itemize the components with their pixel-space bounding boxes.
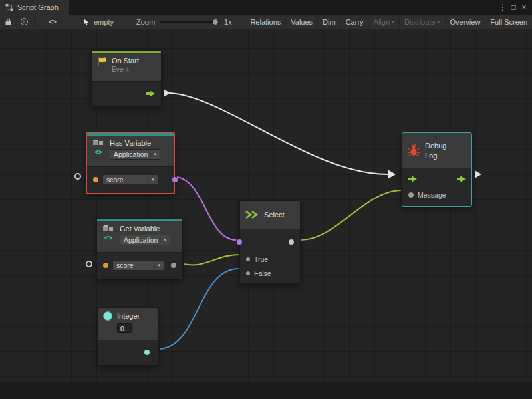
info-icon: i (21, 18, 28, 25)
carry-button[interactable]: Carry (340, 15, 368, 29)
toolbar-buttons: Relations Values Dim Carry Align▾ Distri… (245, 15, 532, 29)
full-screen-button[interactable]: Full Screen (485, 15, 532, 29)
code-preview-button[interactable]: <> (45, 15, 61, 29)
maximize-icon[interactable]: □ (508, 3, 519, 12)
graph-canvas[interactable]: On Start Event <> Has Variable (0, 29, 532, 399)
variables-icon (92, 139, 104, 147)
wire-select-to-debuglog-message[interactable] (301, 190, 401, 240)
node-subtitle: Debug (425, 142, 446, 150)
zoom-value: 1x (224, 18, 232, 26)
graph-toolbar: i <> empty Zoom 1x Relations Values Dim … (0, 15, 532, 29)
chevron-down-icon: ▾ (392, 19, 394, 25)
lock-button[interactable] (0, 15, 16, 29)
tab-title: Script Graph (17, 3, 59, 11)
tab-script-graph[interactable]: Script Graph (0, 0, 69, 15)
unconnected-port-indicator[interactable] (86, 261, 92, 267)
inspect-button[interactable]: i (16, 15, 32, 29)
variable-name-port[interactable] (93, 177, 98, 182)
selection-status-label: empty (94, 18, 114, 26)
toolbar-separator (63, 17, 63, 27)
wire-hasvariable-to-select-condition[interactable] (177, 177, 236, 240)
scope-value: Application (124, 236, 158, 244)
chevron-down-icon: ▾ (148, 177, 154, 182)
node-title: On Start (112, 57, 139, 65)
variable-code-icon: <> (94, 148, 102, 156)
false-port[interactable] (246, 271, 250, 275)
debug-flow-out-indicator (475, 170, 481, 178)
distribute-button: Distribute▾ (399, 15, 444, 29)
node-title: Log (425, 152, 446, 160)
values-button[interactable]: Values (285, 15, 317, 29)
cursor-icon (82, 18, 90, 26)
code-brackets-icon: <> (49, 18, 57, 25)
select-icon (245, 209, 259, 220)
canvas-bottom-edge (0, 382, 532, 399)
node-subtitle: Event (112, 66, 139, 73)
integer-value: 0 (120, 325, 124, 332)
variable-code-icon: <> (104, 234, 112, 241)
window-controls: ⋮ □ × (497, 0, 532, 15)
node-title: Select (264, 211, 285, 219)
node-integer[interactable]: Integer 0 (98, 307, 158, 366)
node-has-variable[interactable]: <> Has Variable Application ▾ score ▾ (86, 132, 175, 194)
zoom-label: Zoom (136, 18, 155, 26)
debug-flow-in-arrowhead (388, 170, 396, 179)
node-title: Get Variable (120, 225, 170, 233)
node-debug-log[interactable]: Debug Log Message (402, 132, 472, 207)
node-get-variable[interactable]: <> Get Variable Application ▾ score ▾ (96, 218, 183, 279)
node-on-start[interactable]: On Start Event (91, 50, 162, 107)
wire-integer-to-select-false[interactable] (160, 269, 239, 349)
is-defined-port[interactable] (172, 177, 178, 182)
titlebar: Script Graph ⋮ □ × (0, 0, 532, 15)
unconnected-port-indicator[interactable] (74, 173, 81, 180)
relations-button[interactable]: Relations (245, 15, 285, 29)
variable-scope-dropdown[interactable]: Application ▾ (110, 149, 160, 160)
chevron-down-icon: ▾ (150, 152, 156, 157)
message-port[interactable] (408, 192, 414, 198)
flag-icon (96, 57, 107, 67)
variable-scope-dropdown[interactable]: Application ▾ (120, 235, 170, 245)
flow-out-port[interactable] (146, 90, 155, 98)
node-title: Integer (117, 312, 140, 320)
flow-out-port[interactable] (457, 176, 466, 183)
toolbar-separator (34, 17, 35, 27)
lock-icon (5, 18, 12, 26)
selection-out-port[interactable] (289, 239, 294, 245)
true-port-label: True (254, 255, 268, 263)
variable-name-dropdown[interactable]: score ▾ (102, 174, 158, 185)
menu-icon[interactable]: ⋮ (497, 3, 508, 12)
chevron-down-icon: ▾ (160, 237, 166, 243)
script-graph-icon (5, 3, 13, 11)
variable-name-value: score (106, 176, 124, 184)
zoom-slider-handle[interactable] (212, 19, 219, 25)
condition-port[interactable] (237, 239, 242, 245)
wire-onstart-to-debuglog[interactable] (170, 93, 388, 174)
zoom-slider[interactable] (160, 21, 219, 23)
false-port-label: False (254, 269, 271, 277)
message-port-label: Message (418, 191, 446, 199)
close-icon[interactable]: × (519, 3, 529, 12)
true-port[interactable] (246, 257, 250, 261)
integer-out-port[interactable] (144, 350, 150, 355)
variable-name-value: score (116, 261, 134, 269)
chevron-down-icon: ▾ (154, 263, 160, 268)
on-start-flow-indicator (164, 89, 170, 97)
selection-status: empty (82, 18, 114, 26)
node-title: Has Variable (110, 139, 160, 147)
variables-icon (102, 225, 114, 233)
align-button: Align▾ (368, 15, 399, 29)
integer-value-field[interactable]: 0 (117, 323, 132, 333)
flow-in-port[interactable] (408, 176, 417, 183)
bug-icon (407, 144, 420, 157)
scope-value: Application (114, 150, 148, 158)
overview-button[interactable]: Overview (445, 15, 485, 29)
node-select[interactable]: Select True False (239, 200, 301, 284)
variable-name-port[interactable] (103, 263, 108, 268)
value-out-port[interactable] (171, 263, 176, 268)
integer-icon (103, 311, 112, 321)
wire-getvariable-to-select-true[interactable] (184, 255, 239, 265)
chevron-down-icon: ▾ (438, 19, 440, 25)
variable-name-dropdown[interactable]: score ▾ (112, 260, 164, 271)
dim-button[interactable]: Dim (317, 15, 340, 29)
